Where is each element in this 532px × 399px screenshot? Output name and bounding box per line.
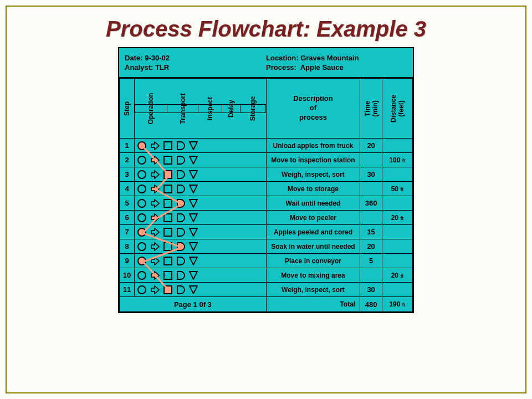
inspect-square-icon	[163, 156, 172, 165]
step-number: 6	[120, 211, 135, 225]
symbol-cell	[135, 283, 267, 297]
description-cell: Apples peeled and cored	[266, 225, 360, 239]
symbol-cell	[135, 239, 267, 254]
table-row: 6Move to peeler20 ft	[120, 211, 413, 225]
col-operation-header: Operation	[147, 93, 155, 124]
symbol-cell	[135, 196, 267, 211]
storage-triangle-icon	[189, 285, 198, 294]
table-row: 4Move to storage50 ft	[120, 182, 413, 196]
description-cell: Move to mixing area	[266, 268, 360, 283]
page-title: Process Flowchart: Example 3	[7, 17, 525, 42]
transport-arrow-icon	[151, 199, 160, 208]
time-cell: 15	[360, 225, 382, 239]
operation-circle-icon	[137, 271, 146, 280]
description-cell: Move to storage	[266, 182, 360, 196]
delay-d-icon	[176, 156, 185, 165]
operation-circle-icon	[137, 156, 146, 165]
total-label: Total	[266, 297, 360, 312]
inspect-square-icon	[163, 242, 172, 251]
table-row: 11Weigh, inspect, sort30	[120, 283, 413, 297]
date-value: 9-30-02	[145, 54, 170, 62]
total-time: 480	[360, 297, 382, 312]
storage-triangle-icon	[189, 257, 198, 265]
description-cell: Move to peeler	[266, 211, 360, 225]
col-description-header: Description of process	[266, 79, 360, 139]
operation-circle-icon	[137, 199, 146, 208]
process-table: Step Operation Transport Inspect Delay S…	[119, 78, 413, 312]
operation-circle-icon	[137, 257, 146, 265]
transport-arrow-icon	[151, 213, 160, 222]
time-cell	[360, 211, 382, 225]
distance-cell	[382, 139, 413, 153]
symbol-cell	[135, 268, 267, 283]
operation-circle-icon	[137, 285, 146, 294]
analyst-value: TLR	[155, 63, 169, 71]
slide-frame: Process Flowchart: Example 3 Date: 9-30-…	[6, 6, 526, 393]
step-number: 3	[120, 167, 135, 182]
delay-d-icon	[176, 170, 185, 179]
distance-cell	[382, 283, 413, 297]
inspect-square-icon	[163, 285, 172, 294]
delay-d-icon	[176, 257, 185, 265]
time-cell: 20	[360, 139, 382, 153]
table-row: 2Move to inspection station100 ft	[120, 153, 413, 167]
col-inspect-header: Inspect	[206, 96, 214, 120]
symbol-cell	[135, 211, 267, 225]
page-indicator: Page 1 0f 3	[120, 297, 267, 312]
step-number: 4	[120, 182, 135, 196]
col-step-header: Step	[123, 101, 131, 116]
transport-arrow-icon	[151, 170, 160, 179]
description-cell: Weigh, inspect, sort	[266, 167, 360, 182]
description-cell: Weigh, inspect, sort	[266, 283, 360, 297]
operation-circle-icon	[137, 141, 146, 150]
inspect-square-icon	[163, 257, 172, 265]
time-cell	[360, 182, 382, 196]
storage-triangle-icon	[189, 141, 198, 150]
operation-circle-icon	[137, 228, 146, 237]
time-cell: 30	[360, 283, 382, 297]
step-number: 1	[120, 139, 135, 153]
symbol-cell	[135, 225, 267, 239]
inspect-square-icon	[163, 199, 172, 208]
step-number: 5	[120, 196, 135, 211]
symbol-cell	[135, 167, 267, 182]
transport-arrow-icon	[151, 185, 160, 193]
distance-cell: 100 ft	[382, 153, 413, 167]
time-cell	[360, 268, 382, 283]
col-transport-header: Transport	[178, 93, 186, 124]
operation-circle-icon	[137, 242, 146, 251]
delay-d-icon	[176, 228, 185, 237]
transport-arrow-icon	[151, 242, 160, 251]
symbol-cell	[135, 182, 267, 196]
date-label: Date:	[125, 54, 143, 62]
transport-arrow-icon	[151, 141, 160, 150]
table-row: 5Wait until needed360	[120, 196, 413, 211]
distance-cell	[382, 196, 413, 211]
step-number: 10	[120, 268, 135, 283]
distance-cell	[382, 225, 413, 239]
storage-triangle-icon	[189, 271, 198, 280]
description-cell: Unload apples from truck	[266, 139, 360, 153]
step-number: 7	[120, 225, 135, 239]
table-row: 10Move to mixing area20 ft	[120, 268, 413, 283]
time-cell: 5	[360, 254, 382, 268]
transport-arrow-icon	[151, 156, 160, 165]
header-row: Step Operation Transport Inspect Delay S…	[120, 79, 413, 139]
transport-arrow-icon	[151, 271, 160, 280]
operation-circle-icon	[137, 185, 146, 193]
distance-cell	[382, 254, 413, 268]
process-label: Process:	[266, 63, 296, 71]
inspect-square-icon	[163, 141, 172, 150]
distance-cell	[382, 239, 413, 254]
table-row: 8Soak in water until needed20	[120, 239, 413, 254]
delay-d-icon	[176, 185, 185, 193]
transport-arrow-icon	[151, 228, 160, 237]
transport-arrow-icon	[151, 257, 160, 265]
location-label: Location:	[266, 54, 299, 62]
description-cell: Soak in water until needed	[266, 239, 360, 254]
step-number: 9	[120, 254, 135, 268]
delay-d-icon	[176, 285, 185, 294]
col-distance-header: Distance (feet)	[390, 94, 405, 122]
time-cell: 360	[360, 196, 382, 211]
table-row: 9Place in conveyor5	[120, 254, 413, 268]
